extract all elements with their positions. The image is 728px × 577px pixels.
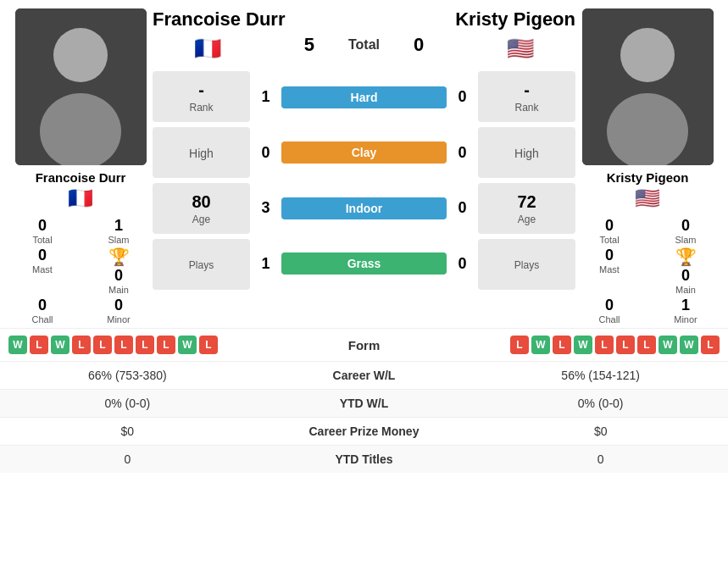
stats-table: 66% (753-380) Career W/L 56% (154-121) 0… xyxy=(0,361,728,473)
form-badge-l: L xyxy=(157,336,175,354)
main-container: Francoise Durr 🇫🇷 0 Total 1 Slam 0 Mast … xyxy=(0,0,728,473)
left-stats-grid: 0 Total 1 Slam 0 Mast 🏆 0 Main 0 xyxy=(8,217,153,325)
clay-row: 0 Clay 0 xyxy=(255,141,473,164)
center-area: Francoise Durr Kristy Pigeon 🇫🇷 5 Total … xyxy=(153,8,575,325)
left-trophy-icon: 🏆 xyxy=(108,247,130,267)
left-chall-cell: 0 Chall xyxy=(8,297,76,325)
left-main-cell: 🏆 0 Main xyxy=(85,247,153,295)
right-player-name: Kristy Pigeon xyxy=(607,170,689,185)
left-slam-value: 1 xyxy=(114,217,123,235)
form-badge-l: L xyxy=(30,336,48,354)
right-total-value: 0 xyxy=(605,217,614,235)
right-player-area: Kristy Pigeon 🇺🇸 0 Total 0 Slam 0 Mast 🏆 xyxy=(575,8,720,325)
right-total-label: Total xyxy=(599,235,619,245)
right-player-flag: 🇺🇸 xyxy=(635,186,660,210)
right-minor-cell: 1 Minor xyxy=(652,297,720,325)
ytd-wl-right: 0% (0-0) xyxy=(473,390,728,418)
right-stats-grid: 0 Total 0 Slam 0 Mast 🏆 0 Main 0 xyxy=(575,217,720,325)
ytd-titles-left: 0 xyxy=(0,446,255,474)
right-minor-label: Minor xyxy=(674,314,697,325)
hard-row: 1 Hard 0 xyxy=(255,86,473,108)
header-area: Francoise Durr 🇫🇷 0 Total 1 Slam 0 Mast … xyxy=(0,0,728,328)
career-prize-right: $0 xyxy=(473,418,728,446)
right-main-label: Main xyxy=(675,285,696,295)
form-badge-l: L xyxy=(701,336,720,354)
form-badge-w: W xyxy=(680,336,698,354)
right-high-box: High xyxy=(478,127,575,178)
right-mast-label: Mast xyxy=(599,264,620,275)
clay-badge: Clay xyxy=(281,141,447,164)
form-badge-l: L xyxy=(136,336,154,354)
right-age-label: Age xyxy=(518,214,536,225)
hard-right-score: 0 xyxy=(452,88,473,106)
right-high-label: High xyxy=(514,147,539,160)
form-badge-w: W xyxy=(178,336,197,354)
right-flag-center: 🇺🇸 xyxy=(507,36,534,62)
form-badge-l: L xyxy=(72,336,91,354)
ytd-wl-left: 0% (0-0) xyxy=(0,390,255,418)
indoor-right-score: 0 xyxy=(452,199,473,217)
form-badge-w: W xyxy=(659,336,677,354)
right-chall-label: Chall xyxy=(598,314,620,325)
left-high-label: High xyxy=(189,147,214,160)
indoor-left-score: 3 xyxy=(255,199,276,217)
form-badge-l: L xyxy=(616,336,635,354)
left-avatar xyxy=(15,8,147,165)
left-mast-cell: 0 Mast xyxy=(8,247,76,295)
svg-point-1 xyxy=(53,28,108,82)
right-rank-value: - xyxy=(524,80,530,100)
right-trophy-icon: 🏆 xyxy=(675,247,697,267)
right-mast-value: 0 xyxy=(605,247,614,264)
right-total-score: 0 xyxy=(414,34,424,56)
left-rank-label: Rank xyxy=(189,102,213,114)
form-section: WLWLLLLLWL Form LWLWLLLWWL xyxy=(0,328,728,361)
right-slam-label: Slam xyxy=(675,235,696,245)
form-badge-l: L xyxy=(553,336,571,354)
left-main-value: 0 xyxy=(114,267,123,285)
left-main-label: Main xyxy=(108,285,129,295)
form-badge-l: L xyxy=(595,336,614,354)
right-slam-cell: 0 Slam xyxy=(652,217,720,245)
right-age-box: 72 Age xyxy=(478,183,575,234)
form-badge-l: L xyxy=(93,336,112,354)
left-plays-box: Plays xyxy=(153,239,250,290)
ytd-wl-label: YTD W/L xyxy=(255,390,474,418)
career-prize-left: $0 xyxy=(0,418,255,446)
left-flag-center: 🇫🇷 xyxy=(194,36,221,62)
form-badge-l: L xyxy=(510,336,529,354)
form-badge-l: L xyxy=(114,336,133,354)
form-label: Form xyxy=(314,338,415,352)
grass-left-score: 1 xyxy=(255,255,276,273)
left-minor-cell: 0 Minor xyxy=(85,297,153,325)
left-rank-value: - xyxy=(198,80,204,100)
left-age-label: Age xyxy=(192,214,210,225)
form-badge-w: W xyxy=(574,336,592,354)
right-age-value: 72 xyxy=(517,192,536,212)
left-high-box: High xyxy=(153,127,250,178)
left-chall-label: Chall xyxy=(31,314,53,325)
right-plays-box: Plays xyxy=(478,239,575,290)
left-player-flag: 🇫🇷 xyxy=(68,186,93,210)
ytd-titles-label: YTD Titles xyxy=(255,446,474,474)
form-badge-w: W xyxy=(8,336,27,354)
surface-col: 1 Hard 0 0 Clay 0 3 Indoor 0 xyxy=(255,71,473,290)
total-row: 5 Total 0 xyxy=(304,34,425,56)
left-minor-label: Minor xyxy=(107,314,131,325)
form-badge-l: L xyxy=(637,336,656,354)
left-total-label: Total xyxy=(32,235,52,245)
career-prize-row: $0 Career Prize Money $0 xyxy=(0,418,728,446)
career-wl-row: 66% (753-380) Career W/L 56% (154-121) xyxy=(0,362,728,390)
right-minor-value: 1 xyxy=(681,297,690,314)
clay-left-score: 0 xyxy=(255,144,276,162)
left-total-cell: 0 Total xyxy=(8,217,76,245)
names-row: Francoise Durr Kristy Pigeon xyxy=(153,8,575,31)
clay-right-score: 0 xyxy=(452,144,473,162)
flags-row: 🇫🇷 5 Total 0 🇺🇸 xyxy=(153,34,575,63)
ytd-titles-right: 0 xyxy=(473,446,728,474)
right-rank-box: - Rank xyxy=(478,71,575,122)
left-player-area: Francoise Durr 🇫🇷 0 Total 1 Slam 0 Mast … xyxy=(8,8,153,325)
form-badge-l: L xyxy=(199,336,218,354)
left-slam-cell: 1 Slam xyxy=(85,217,153,245)
grass-row: 1 Grass 0 xyxy=(255,252,473,275)
right-name-header: Kristy Pigeon xyxy=(455,8,575,31)
